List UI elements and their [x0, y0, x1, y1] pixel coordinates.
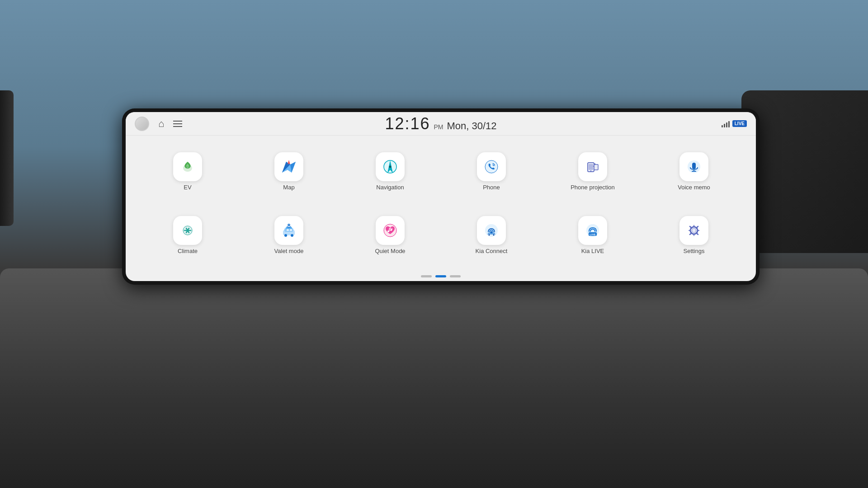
- app-valet-mode-icon: [274, 216, 303, 245]
- svg-rect-10: [594, 164, 598, 170]
- clock-time: 12:16: [385, 114, 430, 133]
- page-dot-2[interactable]: [435, 275, 446, 277]
- svg-text:LIVE: LIVE: [590, 233, 595, 236]
- status-bar: ⌂ 12:16 PM Mon, 30/12 LIVE: [126, 112, 756, 136]
- svg-point-5: [389, 166, 392, 168]
- live-badge: LIVE: [732, 120, 747, 127]
- screen-bezel: ⌂ 12:16 PM Mon, 30/12 LIVE: [122, 108, 760, 285]
- signal-icon: [722, 120, 730, 127]
- clock-date: Mon, 30/12: [447, 120, 497, 132]
- svg-rect-23: [290, 229, 292, 231]
- svg-point-24: [288, 224, 290, 226]
- clock-ampm: PM: [434, 123, 443, 131]
- menu-icon[interactable]: [173, 121, 182, 127]
- svg-rect-12: [692, 163, 696, 169]
- app-kia-connect-label: Kia Connect: [476, 248, 508, 255]
- app-climate-icon: [173, 216, 202, 245]
- svg-rect-8: [589, 164, 593, 170]
- svg-point-9: [590, 170, 591, 171]
- app-settings-label: Settings: [684, 248, 705, 255]
- page-indicators: [126, 272, 756, 281]
- app-phone[interactable]: Phone: [443, 142, 540, 202]
- svg-point-33: [489, 234, 490, 235]
- app-voice-memo-icon: [679, 152, 708, 181]
- status-right: LIVE: [543, 120, 747, 127]
- app-quiet-mode-label: Quiet Mode: [375, 248, 405, 255]
- app-map-label: Map: [283, 184, 294, 191]
- app-ev[interactable]: EV: [139, 142, 236, 202]
- app-map-icon: [274, 152, 303, 181]
- status-center: 12:16 PM Mon, 30/12: [339, 114, 542, 133]
- app-valet-mode-label: Valet mode: [274, 248, 304, 255]
- page-dot-1[interactable]: [421, 275, 432, 277]
- infotainment-screen: ⌂ 12:16 PM Mon, 30/12 LIVE: [126, 112, 756, 281]
- app-kia-live-label: Kia LIVE: [581, 248, 604, 255]
- app-kia-live[interactable]: LIVE Kia LIVE: [544, 206, 641, 265]
- svg-line-28: [389, 228, 391, 229]
- app-phone-projection-label: Phone projection: [571, 184, 615, 191]
- app-voice-memo[interactable]: Voice memo: [646, 142, 742, 202]
- app-phone-projection-icon: [578, 152, 607, 181]
- app-settings[interactable]: Settings: [646, 206, 742, 265]
- app-phone-icon: [477, 152, 506, 181]
- app-kia-connect[interactable]: Kia Connect: [443, 206, 540, 265]
- app-navigation-icon: [376, 152, 405, 181]
- app-climate[interactable]: Climate: [139, 206, 236, 265]
- app-voice-memo-label: Voice memo: [678, 184, 710, 191]
- status-left: ⌂: [135, 117, 339, 131]
- app-kia-live-icon: LIVE: [578, 216, 607, 245]
- svg-point-16: [186, 229, 189, 232]
- app-quiet-mode[interactable]: Quiet Mode: [342, 206, 439, 265]
- app-settings-icon: [679, 216, 708, 245]
- svg-point-6: [485, 160, 498, 173]
- dashboard: [0, 268, 868, 488]
- app-ev-label: EV: [184, 184, 191, 191]
- app-climate-label: Climate: [178, 248, 198, 255]
- svg-point-21: [291, 234, 293, 237]
- page-dot-3[interactable]: [450, 275, 461, 277]
- app-navigation[interactable]: Navigation: [342, 142, 439, 202]
- app-ev-icon: [173, 152, 202, 181]
- app-phone-projection[interactable]: Phone projection: [544, 142, 641, 202]
- svg-point-34: [493, 234, 495, 235]
- svg-point-40: [692, 229, 696, 232]
- left-edge-trim: [0, 90, 14, 226]
- app-valet-mode[interactable]: Valet mode: [241, 206, 337, 265]
- speaker-grille: [741, 90, 868, 253]
- app-grid: EV Map: [126, 136, 756, 272]
- back-button[interactable]: [135, 117, 149, 131]
- app-navigation-label: Navigation: [376, 184, 404, 191]
- svg-rect-22: [287, 229, 289, 231]
- app-map[interactable]: Map: [241, 142, 337, 202]
- app-quiet-mode-icon: [376, 216, 405, 245]
- svg-point-20: [284, 234, 287, 237]
- home-icon[interactable]: ⌂: [158, 118, 164, 130]
- app-kia-connect-icon: [477, 216, 506, 245]
- app-phone-label: Phone: [483, 184, 500, 191]
